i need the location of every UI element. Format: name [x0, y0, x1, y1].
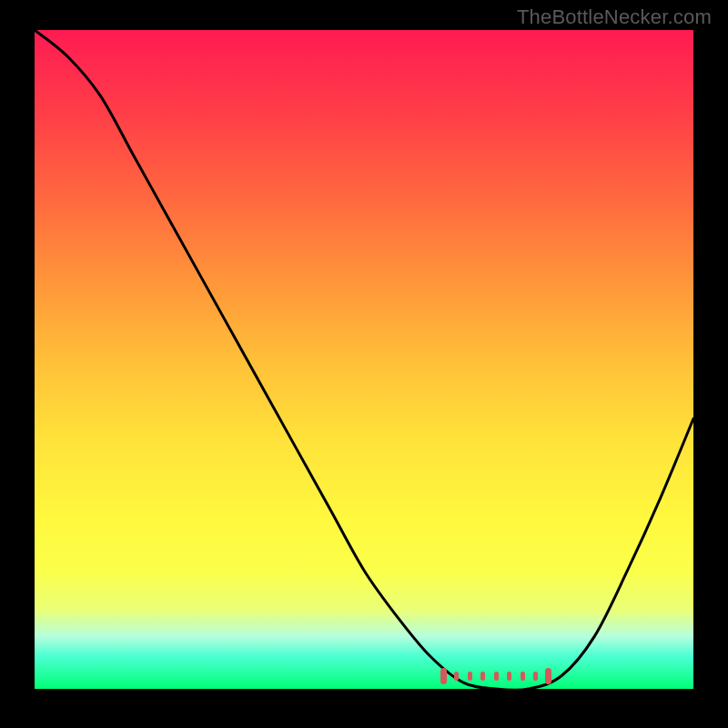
- marker-tick: [494, 672, 499, 681]
- marker-tick: [480, 672, 485, 681]
- marker-tick: [533, 672, 538, 681]
- curve-path: [35, 30, 693, 689]
- marker-edge: [545, 668, 551, 684]
- marker-tick: [468, 672, 472, 681]
- plot-area: [35, 30, 693, 689]
- marker-edge: [440, 668, 447, 684]
- bottleneck-curve: [35, 30, 693, 689]
- chart-container: TheBottleNecker.com: [0, 0, 728, 728]
- marker-tick: [521, 672, 525, 681]
- watermark-text: TheBottleNecker.com: [517, 5, 712, 29]
- marker-tick: [454, 672, 459, 681]
- optimal-range-marker: [443, 670, 549, 682]
- marker-tick: [507, 672, 511, 681]
